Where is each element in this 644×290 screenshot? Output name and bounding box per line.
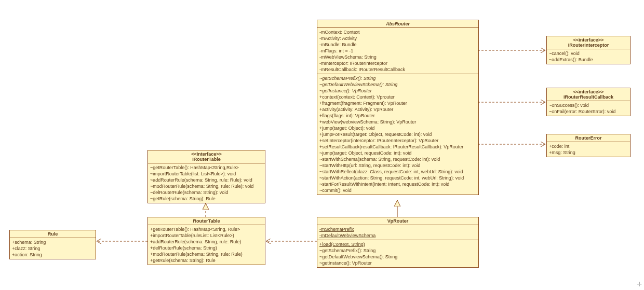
- class-routertable: RouterTable +getRouterTable(): HashMap<S…: [147, 217, 265, 265]
- stereotype: <<interface>>: [549, 89, 628, 94]
- attributes: -mSchemaPrefix -mDefaultWebviewSchema: [317, 225, 478, 240]
- class-irouterresultcallback: <<interface>> IRouterResultCallback ~onS…: [546, 88, 630, 116]
- class-name: RouterError: [549, 135, 628, 141]
- class-name: IRouterInterceptor: [549, 43, 628, 48]
- class-iroutertable: <<interface>> IRouterTable ~getRouterTab…: [147, 150, 265, 203]
- operations: +load(Context, String) ~getSchemaPrefix(…: [317, 240, 478, 267]
- class-title: <<interface>> IRouterInterceptor: [547, 36, 630, 49]
- class-title: RouterError: [547, 134, 630, 142]
- stereotype: <<interface>>: [150, 151, 263, 157]
- resize-handle-icon: ✛: [637, 281, 642, 288]
- operations: ~cancel(): void ~addExtras(): Bundle: [547, 49, 630, 64]
- attributes: +schema: String +clazz: String +action: …: [10, 238, 96, 259]
- class-routererror: RouterError +code: int +msg: String: [546, 134, 630, 157]
- class-name: IRouterTable: [150, 157, 263, 162]
- class-name: IRouterResultCallback: [549, 94, 628, 100]
- attributes: -mContext: Context -mActivity: Activity …: [317, 28, 478, 74]
- class-irouterinterceptor: <<interface>> IRouterInterceptor ~cancel…: [546, 36, 630, 64]
- class-title: AbsRouter: [317, 20, 478, 28]
- class-title: <<interface>> IRouterResultCallback: [547, 88, 630, 101]
- class-absrouter: AbsRouter -mContext: Context -mActivity:…: [317, 20, 479, 195]
- attributes: +code: int +msg: String: [547, 142, 630, 157]
- class-vprouter: VpRouter -mSchemaPrefix -mDefaultWebview…: [317, 217, 479, 268]
- class-title: VpRouter: [317, 217, 478, 225]
- operations: ~getRouterTable(): HashMap<String,Rule> …: [148, 163, 265, 203]
- stereotype: <<interface>>: [549, 37, 628, 43]
- class-name: RouterTable: [150, 218, 263, 224]
- operations: ~onSuccess(): void ~onFail(error: Router…: [547, 101, 630, 116]
- class-name: Rule: [12, 231, 93, 237]
- class-name: AbsRouter: [319, 21, 476, 26]
- class-title: <<interface>> IRouterTable: [148, 150, 265, 163]
- operations: +getRouterTable(): HashMap<String, Rule>…: [148, 225, 265, 265]
- class-title: RouterTable: [148, 217, 265, 225]
- class-name: VpRouter: [319, 218, 476, 224]
- class-title: Rule: [10, 230, 96, 238]
- operations: ~getSchemaPrefix(): String ~getDefaultWe…: [317, 74, 478, 195]
- class-rule: Rule +schema: String +clazz: String +act…: [9, 230, 96, 259]
